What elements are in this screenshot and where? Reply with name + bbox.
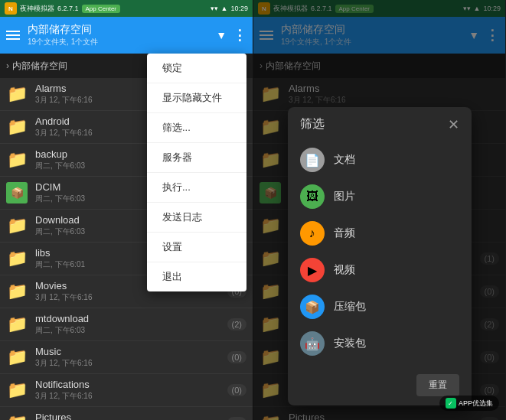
filter-option-video[interactable]: ▶视频 (288, 252, 472, 288)
file-name: Notifications (35, 379, 227, 390)
file-icon (6, 215, 28, 236)
watermark-icon: ✓ (446, 398, 456, 409)
app-name-left: 夜神模拟器 (20, 4, 54, 14)
file-icon (6, 347, 28, 368)
file-count: (0) (227, 417, 246, 420)
file-info: Pictures3月 12, 下午6:16 (35, 412, 227, 420)
wifi-icon-left: ▾▾ (211, 5, 218, 12)
filter-label-apk: 安装包 (334, 337, 366, 350)
list-item[interactable]: Notifications3月 12, 下午6:16(0) (0, 374, 253, 407)
dialog-close-button[interactable]: ✕ (448, 118, 459, 132)
file-date: 周二, 下午6:03 (35, 325, 227, 336)
file-date: 3月 12, 下午6:16 (35, 358, 227, 369)
filter-label-zip: 压缩包 (334, 300, 366, 314)
watermark: ✓ APP优选集 (439, 396, 499, 411)
breadcrumb-text-left: 内部储存空间 (12, 60, 67, 73)
dropdown-item[interactable]: 锁定 (147, 54, 246, 83)
filter-option-audio[interactable]: ♪音频 (288, 215, 472, 252)
file-count: (0) (227, 384, 246, 396)
file-info: Music3月 12, 下午6:16 (35, 346, 227, 369)
filter-icon-img: 🖼 (300, 184, 325, 209)
dropdown-menu: 锁定显示隐藏文件筛选...服务器执行...发送日志设置退出 (147, 54, 246, 291)
file-icon (6, 248, 28, 269)
file-count: (0) (227, 351, 246, 363)
status-bar-left: N 夜神模拟器 6.2.7.1 App Center ▾▾ ▲ 10:29 (0, 0, 253, 17)
app-center-btn-left[interactable]: App Center (82, 5, 120, 13)
header-title-group-left: 内部储存空间 19个文件夹, 1个文件 (28, 23, 210, 47)
watermark-text: APP优选集 (459, 399, 493, 409)
header-bar-left: 内部储存空间 19个文件夹, 1个文件 ▼ ⋮ (0, 17, 253, 54)
filter-label-img: 图片 (334, 190, 355, 203)
file-name: Pictures (35, 412, 227, 420)
file-icon (6, 314, 28, 335)
status-right-left: ▾▾ ▲ 10:29 (211, 5, 248, 12)
file-icon (6, 116, 28, 138)
file-name: mtdownload (35, 313, 227, 324)
file-info: Notifications3月 12, 下午6:16 (35, 379, 227, 402)
app-center-label-left: App Center (86, 5, 116, 12)
reset-button[interactable]: 重置 (416, 374, 459, 396)
filter-icon-apk: 🤖 (300, 331, 325, 356)
app-version-left: 6.2.7.1 (57, 5, 79, 12)
list-item[interactable]: Pictures3月 12, 下午6:16(0) (0, 407, 253, 420)
header-title-left: 内部储存空间 (28, 23, 210, 37)
header-arrow-left[interactable]: ▼ (216, 29, 227, 41)
header-actions-left: ▼ ⋮ (216, 27, 246, 44)
status-left: N 夜神模拟器 6.2.7.1 App Center (5, 2, 120, 15)
dropdown-item[interactable]: 显示隐藏文件 (147, 83, 246, 113)
nox-logo: N (5, 2, 17, 15)
file-date: 3月 12, 下午6:16 (35, 391, 227, 402)
dropdown-item[interactable]: 设置 (147, 233, 246, 262)
filter-icon-doc: 📄 (300, 148, 325, 172)
left-panel: N 夜神模拟器 6.2.7.1 App Center ▾▾ ▲ 10:29 内部… (0, 0, 253, 420)
file-icon (6, 412, 28, 420)
file-icon (6, 281, 28, 302)
list-item[interactable]: Music3月 12, 下午6:16(0) (0, 341, 253, 374)
file-date: 3月 12, 下午6:16 (35, 292, 227, 303)
filter-option-zip[interactable]: 📦压缩包 (288, 288, 472, 325)
filter-option-apk[interactable]: 🤖安装包 (288, 325, 472, 362)
filter-label-video: 视频 (334, 263, 355, 277)
filter-icon-video: ▶ (300, 258, 325, 282)
filter-dialog: 筛选 ✕ 📄文档🖼图片♪音频▶视频📦压缩包🤖安装包 重置 (288, 107, 472, 405)
list-item[interactable]: mtdownload周二, 下午6:03(2) (0, 308, 253, 341)
filter-option-doc[interactable]: 📄文档 (288, 142, 472, 178)
dialog-title: 筛选 (300, 116, 325, 132)
filter-icon-audio: ♪ (300, 221, 325, 246)
filter-option-img[interactable]: 🖼图片 (288, 178, 472, 215)
header-subtitle-left: 19个文件夹, 1个文件 (28, 37, 210, 47)
dropdown-item[interactable]: 退出 (147, 262, 246, 291)
dropdown-item[interactable]: 执行... (147, 173, 246, 203)
file-name: Music (35, 346, 227, 357)
file-icon (6, 149, 28, 171)
time-left: 10:29 (230, 5, 248, 12)
dropdown-item[interactable]: 服务器 (147, 143, 246, 173)
filter-label-doc: 文档 (334, 153, 355, 167)
dropdown-item[interactable]: 筛选... (147, 113, 246, 143)
dialog-header: 筛选 ✕ (288, 107, 472, 138)
file-icon (6, 379, 28, 401)
breadcrumb-chevron-left: › (6, 60, 9, 71)
right-panel: N 夜神模拟器 6.2.7.1 App Center ▾▾ ▲ 10:29 内部… (253, 0, 505, 420)
signal-icon-left: ▲ (221, 5, 228, 12)
dots-menu-left[interactable]: ⋮ (233, 27, 246, 44)
file-info: mtdownload周二, 下午6:03 (35, 313, 227, 336)
file-count: (2) (227, 318, 246, 330)
filter-options: 📄文档🖼图片♪音频▶视频📦压缩包🤖安装包 (288, 138, 472, 368)
filter-label-audio: 音频 (334, 226, 355, 240)
file-icon (6, 182, 28, 203)
file-icon (6, 83, 28, 105)
filter-icon-zip: 📦 (300, 295, 325, 319)
dropdown-item[interactable]: 发送日志 (147, 203, 246, 233)
hamburger-menu-left[interactable] (6, 28, 21, 43)
